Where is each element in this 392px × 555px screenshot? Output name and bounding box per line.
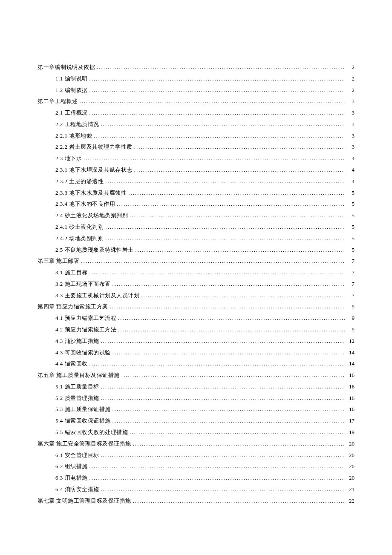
toc-entry-title: 第六章 施工安全管理目标及保证措施 [37, 440, 131, 447]
toc-entry: 2.3.3 地下水水质及其腐蚀性5 [37, 190, 355, 196]
toc-leader-dots [130, 212, 345, 219]
toc-entry-title: 3.1 施工目标 [55, 269, 88, 276]
toc-entry-title: 第三章 施工部署 [37, 258, 79, 265]
toc-leader-dots [105, 235, 345, 242]
toc-entry-page: 20 [347, 463, 355, 470]
toc-entry-page: 14 [347, 349, 355, 356]
toc-entry: 5.4 锚索回收保证措施17 [37, 417, 355, 424]
toc-leader-dots [112, 281, 346, 288]
toc-entry-title: 5.3 施工质量保证措施 [55, 406, 111, 413]
toc-entry-page: 5 [347, 190, 355, 196]
toc-entry: 2.3 地下水4 [37, 155, 355, 162]
toc-leader-dots [89, 87, 346, 94]
toc-leader-dots [134, 167, 345, 173]
toc-entry-title: 2.4.1 砂土液化判别 [55, 224, 104, 230]
toc-entry: 2.4.2 场地类别判别5 [37, 235, 355, 242]
toc-leader-dots [101, 486, 346, 493]
toc-leader-dots [89, 75, 346, 82]
toc-leader-dots [101, 395, 346, 402]
toc-entry-title: 第四章 预应力锚索施工方案 [37, 303, 108, 310]
toc-leader-dots [110, 303, 345, 310]
toc-entry-title: 6.4 消防安全措施 [55, 486, 99, 493]
toc-entry-title: 4.1 预应力锚索工艺流程 [55, 315, 116, 322]
toc-entry: 6.4 消防安全措施21 [37, 486, 355, 493]
toc-entry-page: 3 [347, 109, 355, 116]
toc-entry: 2.4.1 砂土液化判别5 [37, 224, 355, 230]
toc-entry-page: 7 [347, 258, 355, 265]
toc-entry-page: 16 [347, 372, 355, 379]
toc-entry-page: 17 [347, 417, 355, 424]
toc-entry-title: 第七章 文明施工管理目标及保证措施 [37, 497, 131, 504]
toc-entry-page: 22 [347, 497, 355, 504]
toc-entry-title: 4.2 预应力锚索施工方法 [55, 326, 116, 333]
toc-leader-dots [133, 497, 345, 504]
toc-leader-dots [130, 429, 345, 436]
toc-leader-dots [128, 190, 345, 196]
toc-entry-title: 2.3.1 地下水埋深及其赋存状态 [55, 167, 133, 173]
toc-entry-page: 5 [347, 212, 355, 219]
toc-entry-title: 第一章编制说明及依据 [37, 64, 95, 71]
toc-entry: 5.1 施工质量目标16 [37, 383, 355, 390]
toc-entry-title: 2.4 砂土液化及场地类别判别 [55, 212, 128, 219]
toc-leader-dots [101, 121, 346, 128]
toc-entry: 2.1 工程概况3 [37, 109, 355, 116]
toc-leader-dots [118, 315, 345, 322]
toc-entry-page: 7 [347, 269, 355, 276]
toc-entry-page: 19 [347, 429, 355, 436]
toc-entry: 3.3 主要施工机械计划及人员计划7 [37, 292, 355, 299]
toc-leader-dots [89, 463, 346, 470]
toc-entry: 5.2 质量管理措施16 [37, 395, 355, 402]
toc-entry: 6.3 用电措施20 [37, 474, 355, 481]
toc-entry-title: 第二章工程概述 [37, 98, 78, 105]
toc-entry-page: 5 [347, 224, 355, 230]
toc-entry: 4.4 锚索回收14 [37, 360, 355, 367]
toc-leader-dots [81, 258, 345, 265]
toc-entry-title: 1.1 编制说明 [55, 75, 88, 82]
toc-entry-title: 3.3 主要施工机械计划及人员计划 [55, 292, 139, 299]
toc-entry: 2.5 不良地质现象及特殊性岩土5 [37, 247, 355, 253]
toc-entry: 2.4 砂土液化及场地类别判别5 [37, 212, 355, 219]
toc-entry-page: 5 [347, 201, 355, 207]
toc-entry: 第五章 施工质量目标及保证措施16 [37, 372, 355, 379]
toc-entry-title: 2.5 不良地质现象及特殊性岩土 [55, 247, 134, 253]
toc-entry-page: 20 [347, 474, 355, 481]
toc-leader-dots [89, 474, 346, 481]
toc-leader-dots [89, 109, 346, 116]
toc-entry: 第七章 文明施工管理目标及保证措施22 [37, 497, 355, 504]
toc-entry: 第一章编制说明及依据2 [37, 64, 355, 71]
toc-entry-title: 5.2 质量管理措施 [55, 395, 99, 402]
toc-entry-page: 12 [347, 338, 355, 345]
toc-entry: 2.3.1 地下水埋深及其赋存状态4 [37, 167, 355, 173]
toc-entry-title: 3.2 施工现场平面布置 [55, 281, 111, 288]
toc-leader-dots [134, 144, 345, 150]
toc-entry-title: 2.2 工程地质情况 [55, 121, 99, 128]
toc-entry-page: 16 [347, 383, 355, 390]
toc-entry-page: 2 [347, 64, 355, 71]
toc-entry-page: 2 [347, 87, 355, 94]
toc-entry: 第三章 施工部署7 [37, 258, 355, 265]
toc-entry-page: 5 [347, 235, 355, 242]
toc-entry: 2.2 工程地质情况3 [37, 121, 355, 128]
toc-leader-dots [135, 247, 346, 253]
toc-leader-dots [94, 132, 345, 139]
toc-leader-dots [118, 326, 345, 333]
toc-leader-dots [112, 349, 346, 356]
toc-entry: 3.2 施工现场平面布置7 [37, 281, 355, 288]
toc-entry: 5.3 施工质量保证措施16 [37, 406, 355, 413]
toc-entry-title: 2.3.3 地下水水质及其腐蚀性 [55, 190, 127, 196]
toc-entry: 第二章工程概述3 [37, 98, 355, 105]
toc-entry-page: 9 [347, 303, 355, 310]
toc-entry-page: 3 [347, 98, 355, 105]
toc-entry: 4.3 可回收锚索的试验14 [37, 349, 355, 356]
toc-entry-title: 2.3 地下水 [55, 155, 82, 162]
toc-entry-page: 3 [347, 132, 355, 139]
toc-entry: 2.3.4 地下水的不良作用5 [37, 201, 355, 207]
toc-entry: 第四章 预应力锚索施工方案9 [37, 303, 355, 310]
toc-entry-title: 5.1 施工质量目标 [55, 383, 99, 390]
toc-entry-title: 2.4.2 场地类别判别 [55, 235, 104, 242]
toc-entry-title: 2.2.1 地形地貌 [55, 132, 92, 139]
toc-leader-dots [133, 440, 345, 447]
toc-entry-page: 9 [347, 315, 355, 322]
toc-entry-page: 16 [347, 395, 355, 402]
toc-leader-dots [112, 406, 346, 413]
